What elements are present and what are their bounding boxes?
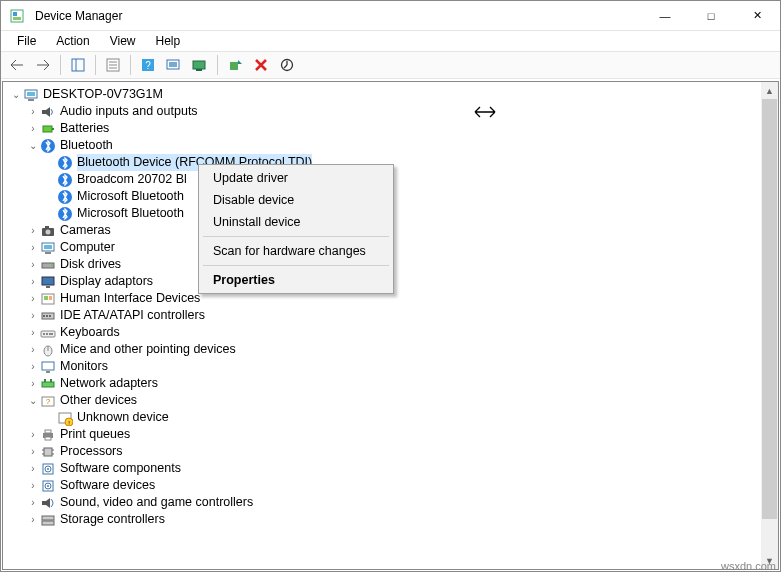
device-tree-pane: ⌄DESKTOP-0V73G1M›Audio inputs and output…: [2, 81, 779, 570]
forward-button[interactable]: [31, 54, 55, 76]
watermark: wsxdn.com: [721, 560, 776, 572]
svg-text:?: ?: [46, 397, 51, 406]
category-icon: [40, 325, 56, 341]
tree-category[interactable]: ›IDE ATA/ATAPI controllers: [9, 307, 772, 324]
category-icon: [40, 342, 56, 358]
svg-rect-46: [43, 333, 45, 335]
menu-help[interactable]: Help: [146, 32, 191, 50]
svg-point-29: [46, 229, 51, 234]
tree-category[interactable]: ›Print queues: [9, 426, 772, 443]
expand-icon[interactable]: ›: [26, 222, 40, 239]
svg-rect-47: [46, 333, 48, 335]
scroll-thumb[interactable]: [762, 99, 777, 519]
device-icon: [57, 189, 73, 205]
minimize-button[interactable]: —: [642, 1, 688, 30]
tree-category[interactable]: ›Processors: [9, 443, 772, 460]
expand-icon[interactable]: ›: [26, 256, 40, 273]
category-icon: [40, 359, 56, 375]
uninstall-device-button[interactable]: [249, 54, 273, 76]
expand-icon[interactable]: ⌄: [26, 137, 40, 154]
expand-icon[interactable]: ⌄: [26, 392, 40, 409]
svg-point-35: [51, 264, 53, 266]
update-driver-button[interactable]: [188, 54, 212, 76]
menu-action[interactable]: Action: [46, 32, 99, 50]
expand-icon[interactable]: ›: [26, 120, 40, 137]
category-icon: [40, 376, 56, 392]
tree-category[interactable]: ›Keyboards: [9, 324, 772, 341]
svg-rect-21: [43, 126, 52, 132]
tree-category[interactable]: ›Software devices: [9, 477, 772, 494]
tree-category[interactable]: ⌄?Other devices: [9, 392, 772, 409]
collapse-icon[interactable]: ⌄: [9, 86, 23, 103]
expand-icon[interactable]: ›: [26, 460, 40, 477]
context-uninstall-device[interactable]: Uninstall device: [201, 211, 391, 233]
category-label: Batteries: [60, 120, 109, 137]
tree-category[interactable]: ›Software components: [9, 460, 772, 477]
expand-icon[interactable]: ›: [26, 511, 40, 528]
device-label: Unknown device: [77, 409, 169, 426]
context-properties[interactable]: Properties: [201, 269, 391, 291]
expand-icon[interactable]: ›: [26, 494, 40, 511]
svg-rect-63: [45, 437, 51, 440]
scan-hardware-button[interactable]: [162, 54, 186, 76]
app-icon: [9, 8, 25, 24]
enable-device-button[interactable]: [223, 54, 247, 76]
category-icon: [40, 274, 56, 290]
show-hide-tree-button[interactable]: [66, 54, 90, 76]
svg-rect-14: [196, 69, 202, 71]
category-label: Display adaptors: [60, 273, 153, 290]
svg-rect-22: [52, 128, 54, 130]
menu-file[interactable]: File: [7, 32, 46, 50]
menu-view[interactable]: View: [100, 32, 146, 50]
tree-category[interactable]: ⌄Bluetooth: [9, 137, 772, 154]
category-icon: [40, 427, 56, 443]
help-button[interactable]: ?: [136, 54, 160, 76]
tree-category[interactable]: ›Sound, video and game controllers: [9, 494, 772, 511]
expand-icon[interactable]: ›: [26, 307, 40, 324]
scroll-up-button[interactable]: ▲: [761, 82, 778, 99]
svg-rect-43: [46, 315, 48, 317]
close-button[interactable]: ✕: [734, 1, 780, 30]
tree-category[interactable]: ›Audio inputs and outputs: [9, 103, 772, 120]
expand-icon[interactable]: ›: [26, 358, 40, 375]
svg-rect-51: [42, 362, 54, 370]
vertical-scrollbar[interactable]: ▲ ▼: [761, 82, 778, 569]
tree-root[interactable]: ⌄DESKTOP-0V73G1M: [9, 86, 772, 103]
expand-icon[interactable]: ›: [26, 103, 40, 120]
tree-category[interactable]: ›Monitors: [9, 358, 772, 375]
category-label: Keyboards: [60, 324, 120, 341]
context-disable-device[interactable]: Disable device: [201, 189, 391, 211]
tree-category[interactable]: ›Network adapters: [9, 375, 772, 392]
expand-icon[interactable]: ›: [26, 290, 40, 307]
titlebar: Device Manager — □ ✕: [1, 1, 780, 31]
expand-icon[interactable]: ›: [26, 426, 40, 443]
category-label: Monitors: [60, 358, 108, 375]
svg-rect-30: [45, 226, 49, 228]
expand-icon[interactable]: ›: [26, 324, 40, 341]
svg-rect-64: [44, 448, 52, 456]
expand-icon[interactable]: ›: [26, 273, 40, 290]
tree-category[interactable]: ›Batteries: [9, 120, 772, 137]
maximize-button[interactable]: □: [688, 1, 734, 30]
properties-button[interactable]: [101, 54, 125, 76]
back-button[interactable]: [5, 54, 29, 76]
context-update-driver[interactable]: Update driver: [201, 167, 391, 189]
separator: [60, 55, 61, 75]
tree-category[interactable]: ›Storage controllers: [9, 511, 772, 528]
context-scan-hardware[interactable]: Scan for hardware changes: [201, 240, 391, 262]
tree-device[interactable]: !Unknown device: [9, 409, 772, 426]
expand-icon[interactable]: ›: [26, 477, 40, 494]
svg-rect-77: [42, 521, 54, 525]
expand-icon[interactable]: ›: [26, 443, 40, 460]
svg-rect-20: [42, 110, 46, 114]
separator: [217, 55, 218, 75]
device-icon: [57, 172, 73, 188]
device-icon: !: [57, 410, 73, 426]
expand-icon[interactable]: ›: [26, 239, 40, 256]
tree-category[interactable]: ›Mice and other pointing devices: [9, 341, 772, 358]
expand-icon[interactable]: ›: [26, 341, 40, 358]
expand-icon[interactable]: ›: [26, 375, 40, 392]
category-icon: [40, 478, 56, 494]
svg-rect-32: [44, 245, 52, 249]
disable-device-button[interactable]: [275, 54, 299, 76]
